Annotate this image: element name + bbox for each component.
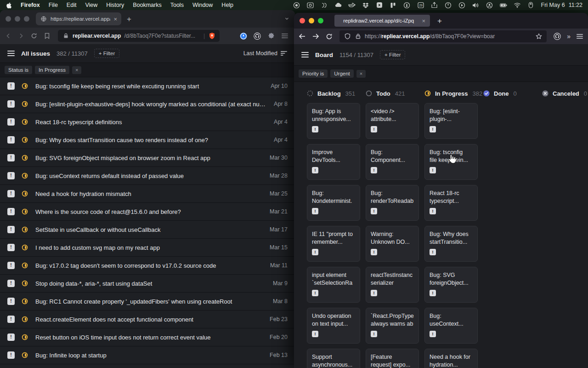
back-icon[interactable] bbox=[299, 33, 306, 40]
brave-shield-icon[interactable] bbox=[208, 32, 215, 40]
issue-card[interactable]: Bug:Component...! bbox=[366, 144, 419, 180]
issue-row[interactable]: !I need to add custom svg map on my reac… bbox=[0, 239, 295, 257]
issue-card[interactable]: [Featurerequest] expo...! bbox=[366, 349, 419, 368]
power-icon[interactable] bbox=[445, 1, 452, 9]
menu-item-help[interactable]: Help bbox=[221, 2, 233, 8]
screen-record-icon[interactable] bbox=[293, 1, 300, 9]
calendar-icon[interactable]: 29 bbox=[417, 1, 424, 9]
back-icon[interactable] bbox=[5, 32, 12, 40]
menu-item-file[interactable]: File bbox=[49, 2, 58, 8]
add-filter-button[interactable]: + Filter bbox=[380, 50, 405, 59]
bookmark-star-icon[interactable] bbox=[535, 33, 543, 40]
issue-row[interactable]: !Stop doing data-*, aria-*, start using … bbox=[0, 275, 295, 293]
issue-card[interactable]: React 18-rctypescript...! bbox=[424, 185, 478, 221]
volume-icon[interactable] bbox=[472, 1, 480, 9]
sidebar-menu-icon[interactable] bbox=[7, 51, 15, 56]
issue-card[interactable]: IE 11 "prompt toremember...! bbox=[307, 226, 360, 262]
address-bar[interactable]: repliear.vercel.app /d/8bTaoq7F0e?status… bbox=[58, 30, 220, 42]
sidebar-menu-icon[interactable] bbox=[301, 52, 309, 58]
issue-row[interactable]: !Bug: RC1 Cannot create property '_updat… bbox=[0, 293, 295, 310]
zoom-window-button[interactable] bbox=[318, 18, 323, 23]
one-password-icon[interactable] bbox=[403, 1, 411, 9]
issue-row[interactable]: !Bug: v17.0.2 tag doesn't seem to corres… bbox=[0, 257, 295, 275]
issue-card[interactable]: Bug:renderToReadab! bbox=[366, 185, 419, 221]
reload-icon[interactable] bbox=[325, 33, 333, 40]
new-tab-button[interactable]: + bbox=[437, 17, 442, 25]
issue-row[interactable]: !Bug: SVG foreignObject misplaced on bro… bbox=[0, 149, 295, 167]
sort-control[interactable]: Last Modified bbox=[243, 50, 288, 57]
forward-icon[interactable] bbox=[312, 33, 319, 40]
terminal-icon[interactable] bbox=[321, 1, 328, 9]
menu-item-view[interactable]: View bbox=[85, 2, 97, 8]
zoom-window-button[interactable] bbox=[24, 16, 29, 22]
issue-card[interactable]: reactTestInstancserializer! bbox=[366, 267, 419, 303]
issue-row[interactable]: !React.createElement does not accept fun… bbox=[0, 310, 295, 328]
minimize-window-button[interactable] bbox=[15, 16, 20, 22]
add-filter-button[interactable]: + Filter bbox=[94, 49, 119, 58]
issue-card[interactable]: Bug:Nondeterminist.! bbox=[307, 185, 360, 221]
new-tab-button[interactable]: + bbox=[127, 15, 131, 23]
issue-row[interactable]: !SetState in useCallback or without useC… bbox=[0, 221, 295, 239]
menu-hamburger-icon[interactable] bbox=[576, 33, 583, 40]
issue-card[interactable]: Bug: SVGforeignObject...! bbox=[424, 267, 478, 303]
docker-icon[interactable] bbox=[348, 1, 356, 9]
onepassword-icon[interactable] bbox=[240, 32, 247, 40]
remove-filter-icon[interactable]: × bbox=[72, 66, 81, 74]
issue-card[interactable]: Need a hook forhydration...! bbox=[424, 349, 478, 368]
issue-card[interactable]: Bug: App isunresponsive...! bbox=[307, 103, 360, 139]
columns-icon[interactable] bbox=[390, 1, 397, 9]
issue-card[interactable]: Bug: [eslint-plugin-...! bbox=[424, 103, 478, 139]
menu-item-firefox[interactable]: Firefox bbox=[21, 2, 40, 8]
apple-icon[interactable] bbox=[6, 2, 12, 9]
bookmark-icon[interactable] bbox=[43, 32, 51, 40]
user-circle-icon[interactable] bbox=[486, 1, 493, 9]
close-tab-icon[interactable]: × bbox=[113, 16, 117, 22]
issue-row[interactable]: !Bug: useContext returns default instead… bbox=[0, 167, 295, 185]
issue-card[interactable]: Undo operationon text input...! bbox=[307, 308, 360, 344]
github-icon[interactable] bbox=[554, 33, 561, 40]
close-window-button[interactable] bbox=[6, 16, 11, 22]
overflow-chevrons-icon[interactable]: » bbox=[567, 33, 570, 40]
forward-icon[interactable] bbox=[17, 32, 25, 40]
lock-icon[interactable] bbox=[354, 33, 362, 40]
cloud-icon[interactable] bbox=[334, 1, 342, 9]
battery-icon[interactable] bbox=[500, 1, 507, 9]
issue-card[interactable]: `React.PropTypealways warns ab! bbox=[366, 308, 419, 344]
tracking-shield-icon[interactable] bbox=[344, 33, 351, 40]
issue-row[interactable]: !Bug: tsconfig file keep being reset whi… bbox=[0, 77, 295, 95]
close-tab-icon[interactable]: × bbox=[422, 18, 425, 24]
issue-card[interactable]: input element`setSelectionRa! bbox=[307, 267, 360, 303]
menu-item-window[interactable]: Window bbox=[192, 2, 213, 8]
play-square-icon[interactable] bbox=[376, 1, 383, 9]
issue-card[interactable]: Supportasynchronous...! bbox=[307, 349, 360, 368]
issue-card[interactable]: ImproveDevTools...! bbox=[307, 144, 360, 180]
reload-icon[interactable] bbox=[30, 32, 38, 40]
menu-item-bookmarks[interactable]: Bookmarks bbox=[133, 2, 162, 8]
browser-tab[interactable]: replidraw2.vercel.app/d/c-iZpq × bbox=[334, 15, 430, 27]
issue-card[interactable]: Bug: Why doesstartTransitio...! bbox=[424, 226, 478, 262]
tab-list-chevron-icon[interactable] bbox=[284, 16, 289, 22]
remove-filter-icon[interactable]: × bbox=[356, 70, 366, 78]
menu-item-tools[interactable]: Tools bbox=[170, 2, 184, 8]
issue-card[interactable]: <video />attribute...! bbox=[366, 103, 419, 139]
issue-row[interactable]: !Bug: [eslint-plugin-exhaustive-deps] ho… bbox=[0, 95, 295, 113]
issue-row[interactable]: !Reset button on iOS time input does not… bbox=[0, 328, 295, 346]
wifi-icon[interactable] bbox=[514, 1, 521, 9]
github-icon[interactable] bbox=[254, 32, 261, 40]
menu-hamburger-icon[interactable] bbox=[281, 32, 288, 40]
menu-item-history[interactable]: History bbox=[106, 2, 124, 8]
browser-tab[interactable]: https://repliear.vercel.app/d/8b × bbox=[36, 12, 121, 25]
issue-row[interactable]: !React 18-rc typescript definitionsApr 4 bbox=[0, 113, 295, 131]
dropbox-icon[interactable] bbox=[362, 1, 369, 9]
issue-row[interactable]: !Need a hook for hydration mismatchMar 2… bbox=[0, 185, 295, 203]
menu-bar-clock[interactable]: Fri May 6 11:22 bbox=[541, 2, 582, 8]
issue-card[interactable]: Warning:Unknown DO...! bbox=[366, 226, 419, 262]
extensions-puzzle-icon[interactable] bbox=[267, 32, 275, 40]
issue-row[interactable]: !Bug: Why does startTransition cause two… bbox=[0, 131, 295, 149]
play-circle-icon[interactable] bbox=[458, 1, 466, 9]
user-switch-icon[interactable] bbox=[527, 1, 535, 9]
close-window-button[interactable] bbox=[300, 18, 305, 23]
issue-row[interactable]: !Where is the source code of react@15.6.… bbox=[0, 203, 295, 221]
issue-row[interactable]: !Bug: Infinite loop at startupFeb 13 bbox=[0, 346, 295, 364]
issue-card[interactable]: Bug:useContext...! bbox=[424, 308, 478, 344]
